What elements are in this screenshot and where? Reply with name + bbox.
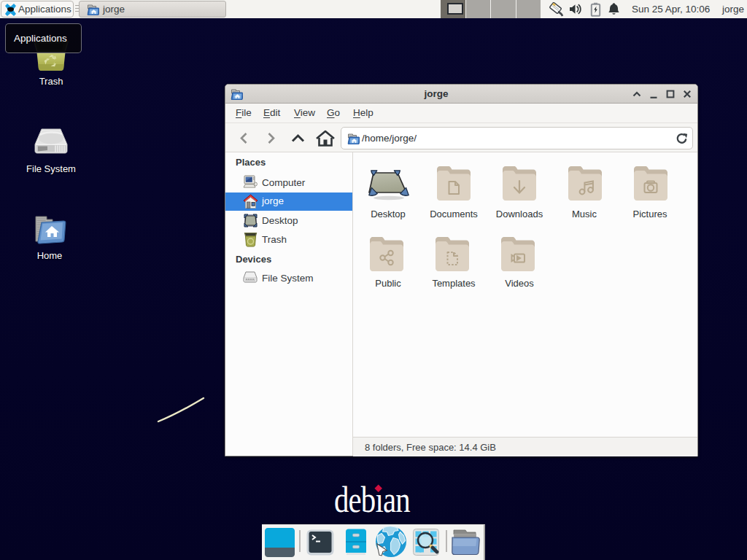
svg-text:debıan: debıan — [334, 479, 411, 518]
